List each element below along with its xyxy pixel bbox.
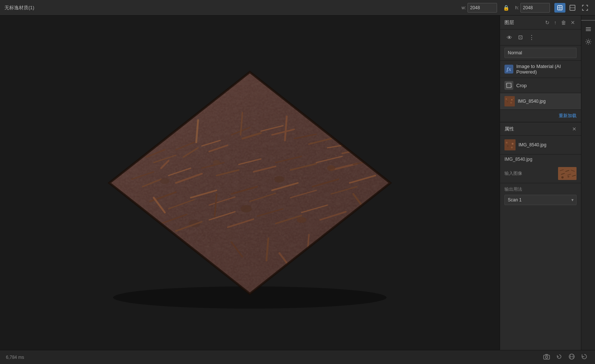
height-control: h: 2048 256 512 1024 4096 xyxy=(515,3,550,13)
properties-header: 属性 ✕ xyxy=(500,122,581,136)
mode-dropdown-row: Normal Multiply Screen Overlay xyxy=(500,45,581,61)
svg-rect-95 xyxy=(558,167,577,180)
height-select[interactable]: 2048 256 512 1024 4096 xyxy=(520,3,550,13)
crop-filter-item[interactable]: Crop xyxy=(500,78,581,93)
panel-upload-button[interactable]: ↑ xyxy=(552,19,558,26)
svg-point-91 xyxy=(512,143,514,145)
layers-panel-header: 图层 ↻ ↑ 🗑 ✕ xyxy=(500,16,581,30)
layers-panel-title: 图层 xyxy=(504,19,514,26)
output-select-wrapper: Scan 1 Scan 2 Photo ▾ xyxy=(504,195,577,205)
prop-image-label: IMG_8540.jpg xyxy=(518,142,546,147)
reload-link-button[interactable]: 重新加载 xyxy=(559,113,577,119)
fx-icon: fx xyxy=(504,65,513,74)
image-layer-thumb xyxy=(504,96,515,106)
fullscreen-button[interactable] xyxy=(579,3,591,13)
svg-point-86 xyxy=(513,98,514,99)
svg-point-89 xyxy=(506,142,508,144)
settings-sidebar-button[interactable] xyxy=(583,36,594,47)
reload-link-row: 重新加载 xyxy=(500,110,581,122)
divider xyxy=(581,20,595,21)
svg-point-84 xyxy=(507,101,508,102)
crop-filter-label: Crop xyxy=(516,83,527,88)
svg-rect-108 xyxy=(544,355,550,359)
blend-mode-select[interactable]: Normal Multiply Screen Overlay xyxy=(504,48,577,58)
more-action-btn[interactable]: ⋮ xyxy=(527,33,537,42)
render-time: 6,784 ms xyxy=(6,355,24,360)
width-control: w: 2048 256 512 1024 4096 xyxy=(462,3,497,13)
viewport[interactable] xyxy=(0,16,500,350)
panel-delete-button[interactable]: 🗑 xyxy=(560,19,568,26)
h-label: h: xyxy=(515,5,519,10)
svg-point-81 xyxy=(506,98,507,100)
properties-close-button[interactable]: ✕ xyxy=(572,126,577,132)
w-label: w: xyxy=(462,5,466,10)
panel-refresh-button[interactable]: ↻ xyxy=(544,19,551,26)
fx-filter-label: Image to Material (AI Powered) xyxy=(516,64,577,75)
3d-view-button[interactable] xyxy=(554,3,565,13)
rotate-button[interactable] xyxy=(554,353,564,362)
lock-aspect-button[interactable]: 🔒 xyxy=(501,4,511,11)
properties-title: 属性 xyxy=(504,126,514,132)
prop-image-thumb xyxy=(504,139,516,150)
panel-actions: 👁 ⊡ ⋮ xyxy=(500,30,581,45)
camera-button[interactable] xyxy=(542,353,551,362)
svg-point-83 xyxy=(511,99,513,101)
right-panel: 图层 ↻ ↑ 🗑 ✕ 👁 ⊡ ⋮ Normal Multiply Screen … xyxy=(500,16,581,350)
far-right-bar xyxy=(581,16,595,350)
layers-sidebar-button[interactable] xyxy=(583,24,594,35)
svg-point-102 xyxy=(561,176,564,178)
status-icons xyxy=(542,353,589,362)
fx-filter-item[interactable]: fx Image to Material (AI Powered) xyxy=(500,61,581,78)
width-select[interactable]: 2048 256 512 1024 4096 xyxy=(467,3,497,13)
top-bar: 无标逸材质(1) w: 2048 256 512 1024 4096 🔒 h: … xyxy=(0,0,595,16)
svg-point-85 xyxy=(510,102,512,103)
svg-rect-104 xyxy=(586,27,591,28)
3d-viewport-canvas xyxy=(102,54,398,312)
svg-rect-76 xyxy=(507,83,511,88)
panel-header-icons: ↻ ↑ 🗑 ✕ xyxy=(544,19,577,26)
grid-button[interactable] xyxy=(567,353,577,362)
input-image-thumb[interactable] xyxy=(558,167,577,180)
prop-filename: IMG_8540.jpg xyxy=(500,154,581,164)
output-method-row: 输出用法 Scan 1 Scan 2 Photo ▾ xyxy=(500,183,581,208)
image-layer-label: IMG_8540.jpg xyxy=(518,99,545,104)
svg-rect-105 xyxy=(586,29,591,30)
panel-close-button[interactable]: ✕ xyxy=(569,19,577,26)
crop-icon xyxy=(504,81,513,90)
image-layer-item[interactable]: IMG_8540.jpg xyxy=(500,93,581,110)
main-area: 图层 ↻ ↑ 🗑 ✕ 👁 ⊡ ⋮ Normal Multiply Screen … xyxy=(0,16,595,350)
output-method-label: 输出用法 xyxy=(504,186,577,193)
document-title: 无标逸材质(1) xyxy=(4,4,34,11)
svg-point-82 xyxy=(509,98,510,99)
svg-point-90 xyxy=(509,141,510,142)
input-image-row: 输入图像 xyxy=(500,164,581,183)
2d-view-button[interactable] xyxy=(567,3,578,13)
svg-point-107 xyxy=(587,41,589,43)
svg-point-103 xyxy=(568,176,570,178)
view-action-btn[interactable]: 👁 xyxy=(504,33,514,42)
svg-point-92 xyxy=(507,145,509,147)
svg-point-93 xyxy=(511,147,513,149)
properties-panel: 属性 ✕ IMG_8540.jpg xyxy=(500,122,581,350)
filter-action-btn[interactable]: ⊡ xyxy=(516,33,525,42)
view-toolbar xyxy=(554,3,591,13)
svg-marker-74 xyxy=(109,72,390,294)
status-bar: 6,784 ms xyxy=(0,350,595,364)
refresh-button[interactable] xyxy=(579,353,589,362)
output-method-select[interactable]: Scan 1 Scan 2 Photo xyxy=(504,195,577,205)
prop-image-row: IMG_8540.jpg xyxy=(500,136,581,154)
svg-point-109 xyxy=(545,356,548,358)
svg-rect-106 xyxy=(586,30,591,31)
input-image-label: 输入图像 xyxy=(504,170,522,177)
svg-rect-80 xyxy=(504,96,515,106)
